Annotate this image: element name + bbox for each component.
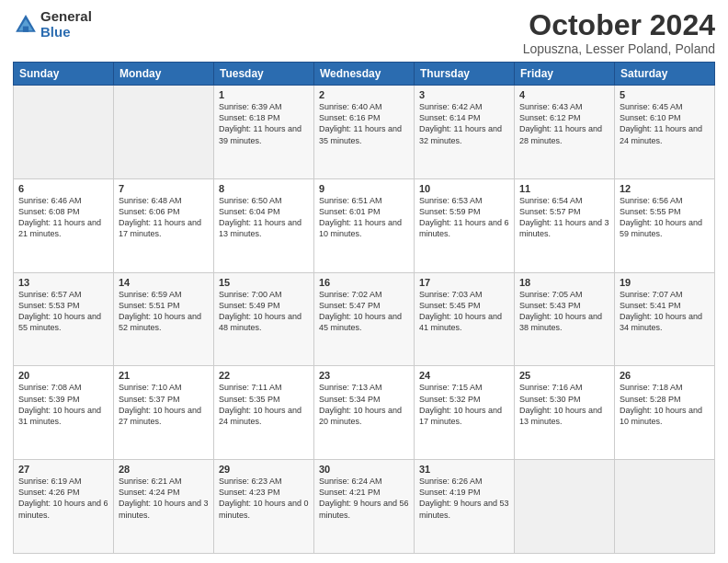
day-info: Sunrise: 7:05 AMSunset: 5:43 PMDaylight:… — [519, 289, 609, 334]
day-number: 23 — [319, 370, 409, 381]
day-number: 2 — [319, 89, 409, 100]
day-number: 13 — [18, 277, 108, 288]
day-info: Sunrise: 6:50 AMSunset: 6:04 PMDaylight:… — [219, 195, 309, 240]
col-tuesday: Tuesday — [214, 63, 314, 86]
logo-general: General — [40, 9, 92, 25]
table-row: 6Sunrise: 6:46 AMSunset: 6:08 PMDaylight… — [14, 178, 114, 272]
day-number: 26 — [620, 370, 710, 381]
day-info: Sunrise: 6:46 AMSunset: 6:08 PMDaylight:… — [18, 195, 108, 240]
table-row: 23Sunrise: 7:13 AMSunset: 5:34 PMDayligh… — [314, 366, 415, 460]
col-monday: Monday — [114, 63, 214, 86]
day-number: 24 — [419, 370, 509, 381]
day-info: Sunrise: 7:07 AMSunset: 5:41 PMDaylight:… — [620, 289, 710, 334]
day-info: Sunrise: 6:56 AMSunset: 5:55 PMDaylight:… — [620, 195, 710, 240]
table-row: 22Sunrise: 7:11 AMSunset: 5:35 PMDayligh… — [214, 366, 314, 460]
day-number: 27 — [18, 464, 108, 475]
table-row — [515, 460, 615, 554]
table-row: 18Sunrise: 7:05 AMSunset: 5:43 PMDayligh… — [515, 272, 615, 366]
day-info: Sunrise: 6:43 AMSunset: 6:12 PMDaylight:… — [519, 101, 609, 146]
day-info: Sunrise: 7:08 AMSunset: 5:39 PMDaylight:… — [18, 382, 108, 427]
table-row: 26Sunrise: 7:18 AMSunset: 5:28 PMDayligh… — [615, 366, 715, 460]
day-number: 8 — [219, 183, 309, 194]
col-saturday: Saturday — [615, 63, 715, 86]
day-info: Sunrise: 6:57 AMSunset: 5:53 PMDaylight:… — [18, 289, 108, 334]
day-info: Sunrise: 6:48 AMSunset: 6:06 PMDaylight:… — [119, 195, 209, 240]
table-row: 17Sunrise: 7:03 AMSunset: 5:45 PMDayligh… — [415, 272, 515, 366]
day-number: 11 — [519, 183, 609, 194]
table-row — [114, 86, 214, 179]
table-row: 13Sunrise: 6:57 AMSunset: 5:53 PMDayligh… — [14, 272, 114, 366]
day-info: Sunrise: 7:03 AMSunset: 5:45 PMDaylight:… — [419, 289, 509, 334]
day-number: 19 — [620, 277, 710, 288]
day-info: Sunrise: 6:24 AMSunset: 4:21 PMDaylight:… — [319, 476, 409, 521]
day-info: Sunrise: 7:15 AMSunset: 5:32 PMDaylight:… — [419, 382, 509, 427]
day-info: Sunrise: 6:45 AMSunset: 6:10 PMDaylight:… — [620, 101, 710, 146]
table-row: 30Sunrise: 6:24 AMSunset: 4:21 PMDayligh… — [314, 460, 415, 554]
day-number: 1 — [219, 89, 309, 100]
day-info: Sunrise: 6:19 AMSunset: 4:26 PMDaylight:… — [18, 476, 108, 521]
logo-icon — [13, 12, 39, 38]
table-row: 19Sunrise: 7:07 AMSunset: 5:41 PMDayligh… — [615, 272, 715, 366]
table-row: 14Sunrise: 6:59 AMSunset: 5:51 PMDayligh… — [114, 272, 214, 366]
day-number: 6 — [18, 183, 108, 194]
day-number: 18 — [519, 277, 609, 288]
table-row: 3Sunrise: 6:42 AMSunset: 6:14 PMDaylight… — [415, 86, 515, 179]
day-info: Sunrise: 7:11 AMSunset: 5:35 PMDaylight:… — [219, 382, 309, 427]
calendar-table: Sunday Monday Tuesday Wednesday Thursday… — [13, 62, 715, 554]
day-number: 21 — [119, 370, 209, 381]
day-number: 14 — [119, 277, 209, 288]
logo-text: General Blue — [40, 9, 92, 40]
day-info: Sunrise: 6:42 AMSunset: 6:14 PMDaylight:… — [419, 101, 509, 146]
day-number: 25 — [519, 370, 609, 381]
day-number: 16 — [319, 277, 409, 288]
day-number: 17 — [419, 277, 509, 288]
page-subtitle: Lopuszna, Lesser Poland, Poland — [523, 41, 715, 56]
day-number: 28 — [119, 464, 209, 475]
day-info: Sunrise: 6:21 AMSunset: 4:24 PMDaylight:… — [119, 476, 209, 521]
table-row: 29Sunrise: 6:23 AMSunset: 4:23 PMDayligh… — [214, 460, 314, 554]
header: General Blue October 2024 Lopuszna, Less… — [13, 9, 715, 56]
day-info: Sunrise: 6:40 AMSunset: 6:16 PMDaylight:… — [319, 101, 409, 146]
page-title: October 2024 — [523, 9, 715, 41]
col-sunday: Sunday — [14, 63, 114, 86]
day-number: 29 — [219, 464, 309, 475]
day-number: 10 — [419, 183, 509, 194]
day-number: 31 — [419, 464, 509, 475]
day-info: Sunrise: 6:54 AMSunset: 5:57 PMDaylight:… — [519, 195, 609, 240]
day-number: 9 — [319, 183, 409, 194]
table-row: 24Sunrise: 7:15 AMSunset: 5:32 PMDayligh… — [415, 366, 515, 460]
table-row: 31Sunrise: 6:26 AMSunset: 4:19 PMDayligh… — [415, 460, 515, 554]
day-info: Sunrise: 7:13 AMSunset: 5:34 PMDaylight:… — [319, 382, 409, 427]
day-number: 22 — [219, 370, 309, 381]
table-row: 25Sunrise: 7:16 AMSunset: 5:30 PMDayligh… — [515, 366, 615, 460]
day-number: 30 — [319, 464, 409, 475]
table-row: 28Sunrise: 6:21 AMSunset: 4:24 PMDayligh… — [114, 460, 214, 554]
table-row: 5Sunrise: 6:45 AMSunset: 6:10 PMDaylight… — [615, 86, 715, 179]
table-row: 16Sunrise: 7:02 AMSunset: 5:47 PMDayligh… — [314, 272, 415, 366]
table-row: 9Sunrise: 6:51 AMSunset: 6:01 PMDaylight… — [314, 178, 415, 272]
table-row — [615, 460, 715, 554]
table-row: 12Sunrise: 6:56 AMSunset: 5:55 PMDayligh… — [615, 178, 715, 272]
day-number: 12 — [620, 183, 710, 194]
table-row: 21Sunrise: 7:10 AMSunset: 5:37 PMDayligh… — [114, 366, 214, 460]
table-row: 1Sunrise: 6:39 AMSunset: 6:18 PMDaylight… — [214, 86, 314, 179]
day-info: Sunrise: 6:53 AMSunset: 5:59 PMDaylight:… — [419, 195, 509, 240]
day-number: 4 — [519, 89, 609, 100]
title-area: October 2024 Lopuszna, Lesser Poland, Po… — [523, 9, 715, 56]
page: General Blue October 2024 Lopuszna, Less… — [0, 0, 728, 563]
day-info: Sunrise: 7:00 AMSunset: 5:49 PMDaylight:… — [219, 289, 309, 334]
col-wednesday: Wednesday — [314, 63, 415, 86]
table-row: 8Sunrise: 6:50 AMSunset: 6:04 PMDaylight… — [214, 178, 314, 272]
svg-rect-2 — [23, 26, 28, 31]
logo: General Blue — [13, 9, 92, 40]
table-row: 4Sunrise: 6:43 AMSunset: 6:12 PMDaylight… — [515, 86, 615, 179]
day-info: Sunrise: 7:18 AMSunset: 5:28 PMDaylight:… — [620, 382, 710, 427]
day-info: Sunrise: 6:59 AMSunset: 5:51 PMDaylight:… — [119, 289, 209, 334]
col-thursday: Thursday — [415, 63, 515, 86]
day-number: 15 — [219, 277, 309, 288]
col-friday: Friday — [515, 63, 615, 86]
day-info: Sunrise: 6:39 AMSunset: 6:18 PMDaylight:… — [219, 101, 309, 146]
table-row: 20Sunrise: 7:08 AMSunset: 5:39 PMDayligh… — [14, 366, 114, 460]
table-row: 15Sunrise: 7:00 AMSunset: 5:49 PMDayligh… — [214, 272, 314, 366]
day-info: Sunrise: 6:23 AMSunset: 4:23 PMDaylight:… — [219, 476, 309, 521]
